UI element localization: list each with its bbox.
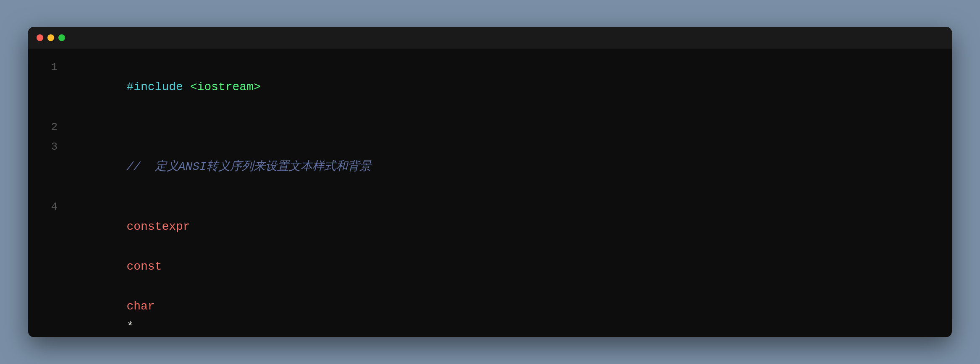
close-button[interactable] <box>37 34 43 41</box>
comment-3: // 定义ANSI转义序列来设置文本样式和背景 <box>126 160 371 173</box>
line-number-2: 2 <box>37 118 58 136</box>
kw-const-4: const <box>126 260 162 273</box>
kw-char-4: char <box>126 300 155 313</box>
line-number-3: 3 <box>37 138 58 156</box>
code-line-3: 3 // 定义ANSI转义序列来设置文本样式和背景 <box>28 137 952 197</box>
line-number-4: 4 <box>37 198 58 216</box>
keyword-include: #include <box>126 81 183 94</box>
maximize-button[interactable] <box>58 34 65 41</box>
line-number-1: 1 <box>37 58 58 76</box>
code-editor: 1 #include <iostream> 2 3 // 定义ANSI转义序列来… <box>28 49 952 337</box>
code-line-4: 4 constexpr const char * HIGHLIGHT_STYLE… <box>28 197 952 337</box>
terminal-window: 1 #include <iostream> 2 3 // 定义ANSI转义序列来… <box>28 27 952 337</box>
code-line-1: 1 #include <iostream> <box>28 57 952 117</box>
kw-constexpr-4: constexpr <box>126 220 190 233</box>
include-lib: <iostream> <box>190 81 261 94</box>
minimize-button[interactable] <box>47 34 54 41</box>
code-line-2: 2 <box>28 117 952 137</box>
line-1-content: #include <iostream> <box>70 57 261 117</box>
titlebar <box>28 27 952 49</box>
